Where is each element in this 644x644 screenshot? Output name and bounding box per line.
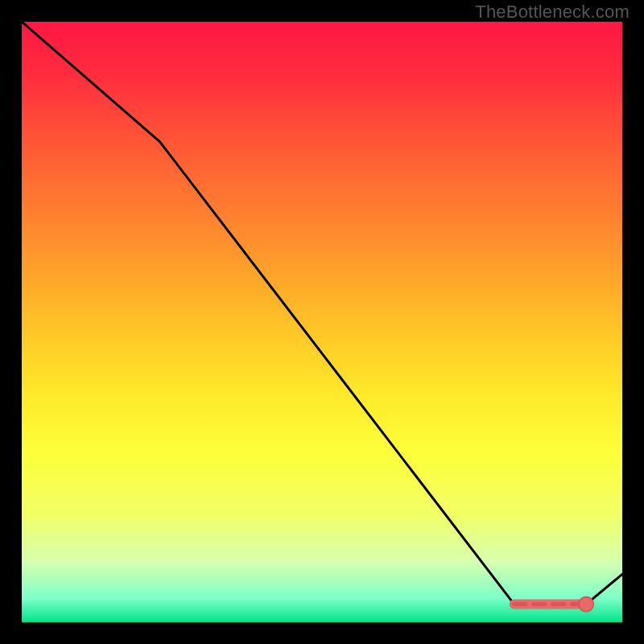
plot-area <box>22 22 622 622</box>
highlight-end-marker <box>579 597 593 612</box>
chart-frame: TheBottleneck.com <box>0 0 644 644</box>
chart-svg <box>22 22 622 622</box>
plot-background <box>22 22 622 622</box>
watermark-text: TheBottleneck.com <box>475 2 630 23</box>
